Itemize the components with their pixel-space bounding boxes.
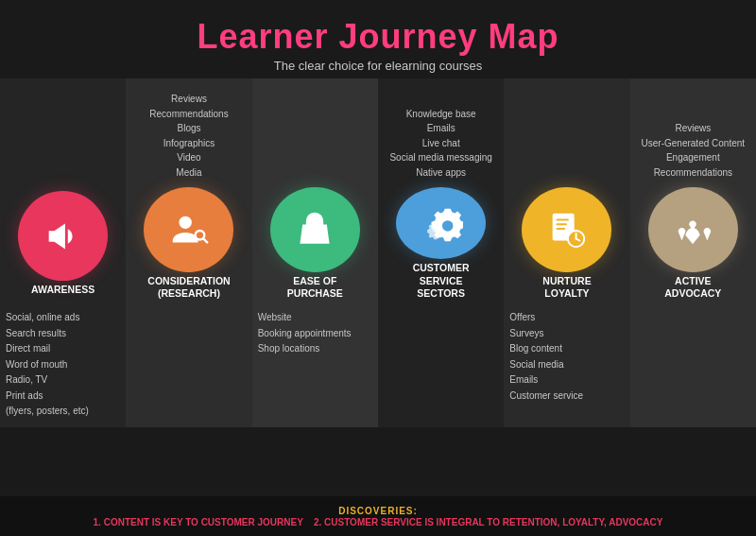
upper-text-item: Video — [177, 150, 200, 165]
upper-text-item: Native apps — [416, 165, 466, 181]
upper-text-item: Reviews — [675, 121, 711, 136]
upper-cell-active-advocacy: ReviewsUser-Generated ContentEngagementR… — [630, 78, 756, 187]
lower-text-item: Customer service — [509, 389, 624, 405]
circle-active-advocacy — [648, 187, 738, 272]
svg-line-2 — [203, 238, 207, 242]
lower-text-item: Emails — [509, 372, 624, 389]
page-title: Learner Journey Map — [0, 17, 756, 57]
upper-cell-ease-of-purchase — [252, 78, 378, 187]
circle-row: AWARENESS CONSIDERATION(research) EASE O… — [0, 187, 756, 301]
discovery-1: 1. CONTENT IS KEY TO CUSTOMER JOURNEY — [94, 517, 303, 527]
header: Learner Journey Map The clear choice for… — [0, 0, 756, 78]
svg-rect-7 — [556, 228, 565, 230]
stage-label-ease-of-purchase: EASE OFPURCHASE — [287, 275, 343, 301]
stage-label-nurture-loyalty: NURTURELOYALTY — [542, 275, 591, 301]
upper-text-item: Recommendations — [149, 107, 228, 122]
circle-cell-consideration: CONSIDERATION(research) — [126, 187, 251, 301]
lower-cell-nurture-loyalty: OffersSurveysBlog contentSocial mediaEma… — [504, 301, 629, 427]
svg-rect-6 — [556, 223, 567, 225]
upper-text-item: Media — [176, 165, 201, 181]
lower-text-item: Surveys — [509, 326, 624, 342]
lower-cell-active-advocacy — [630, 301, 756, 427]
circle-nurture-loyalty — [522, 187, 611, 272]
lower-text-item: (flyers, posters, etc) — [6, 404, 120, 420]
page-subtitle: The clear choice for elearning courses — [0, 59, 756, 73]
stage-label-awareness: AWARENESS — [31, 284, 94, 297]
upper-text-item: Live chat — [422, 136, 460, 151]
lower-text-item: Social media — [509, 357, 624, 373]
lower-text-item: Print ads — [6, 389, 120, 405]
lower-text-item: Offers — [509, 310, 624, 326]
lower-text-item: Blog content — [509, 341, 624, 357]
page-wrapper: Learner Journey Map The clear choice for… — [0, 0, 756, 536]
lower-text-item: Website — [258, 310, 372, 326]
circle-customer-service — [396, 187, 486, 259]
upper-cell-customer-service: Knowledge baseEmailsLive chatSocial medi… — [378, 78, 504, 187]
lower-text-item: Word of mouth — [6, 357, 120, 373]
lower-text-item: Radio, TV — [6, 372, 120, 389]
upper-text-item: Blogs — [177, 121, 200, 136]
discoveries-label: DISCOVERIES: — [338, 506, 418, 516]
circle-cell-active-advocacy: ACTIVEADVOCACY — [630, 187, 756, 301]
svg-point-0 — [179, 216, 191, 228]
lower-text-item: Search results — [6, 326, 120, 342]
upper-text-item: Emails — [427, 121, 455, 136]
stage-label-active-advocacy: ACTIVEADVOCACY — [664, 275, 721, 301]
circle-ease-of-purchase — [270, 187, 360, 272]
svg-rect-5 — [556, 218, 568, 220]
upper-text-item: Reviews — [171, 92, 207, 107]
circle-consideration — [144, 187, 233, 272]
upper-text-item: Knowledge base — [406, 107, 476, 122]
lower-info-row: Social, online adsSearch resultsDirect m… — [0, 301, 756, 427]
upper-text-item: Recommendations — [654, 165, 732, 181]
discoveries-bar: DISCOVERIES: 1. CONTENT IS KEY TO CUSTOM… — [0, 496, 756, 536]
upper-cell-consideration: ReviewsRecommendationsBlogsInfographicsV… — [126, 78, 251, 187]
upper-text-item: Infographics — [163, 136, 215, 151]
circle-cell-customer-service: CUSTOMERSERVICESECTORS — [378, 187, 504, 301]
lower-text-item: Booking appointments — [258, 326, 372, 342]
upper-text-item: Engagement — [666, 150, 720, 165]
circle-awareness — [18, 191, 108, 281]
lower-text-item: Shop locations — [258, 341, 372, 357]
upper-text-item: User-Generated Content — [642, 136, 746, 151]
lower-text-item: Social, online ads — [6, 310, 120, 326]
circle-cell-ease-of-purchase: EASE OFPURCHASE — [252, 187, 378, 301]
circle-cell-nurture-loyalty: NURTURELOYALTY — [504, 187, 629, 301]
discovery-2: 2. CUSTOMER SERVICE IS INTEGRAL TO RETEN… — [314, 517, 663, 527]
upper-cell-nurture-loyalty — [504, 78, 629, 187]
stage-label-customer-service: CUSTOMERSERVICESECTORS — [413, 262, 470, 301]
discoveries-text: 1. CONTENT IS KEY TO CUSTOMER JOURNEY 2.… — [94, 517, 663, 527]
upper-text-item: Social media messaging — [389, 150, 491, 165]
stage-label-consideration: CONSIDERATION(research) — [147, 275, 230, 301]
upper-info-row: ReviewsRecommendationsBlogsInfographicsV… — [0, 78, 756, 187]
lower-cell-ease-of-purchase: WebsiteBooking appointmentsShop location… — [252, 301, 378, 427]
lower-text-item: Direct mail — [6, 341, 120, 357]
upper-cell-awareness — [0, 78, 126, 187]
lower-cell-awareness: Social, online adsSearch resultsDirect m… — [0, 301, 126, 427]
lower-cell-consideration — [126, 301, 251, 427]
lower-cell-customer-service — [378, 301, 504, 427]
circle-cell-awareness: AWARENESS — [0, 187, 126, 301]
